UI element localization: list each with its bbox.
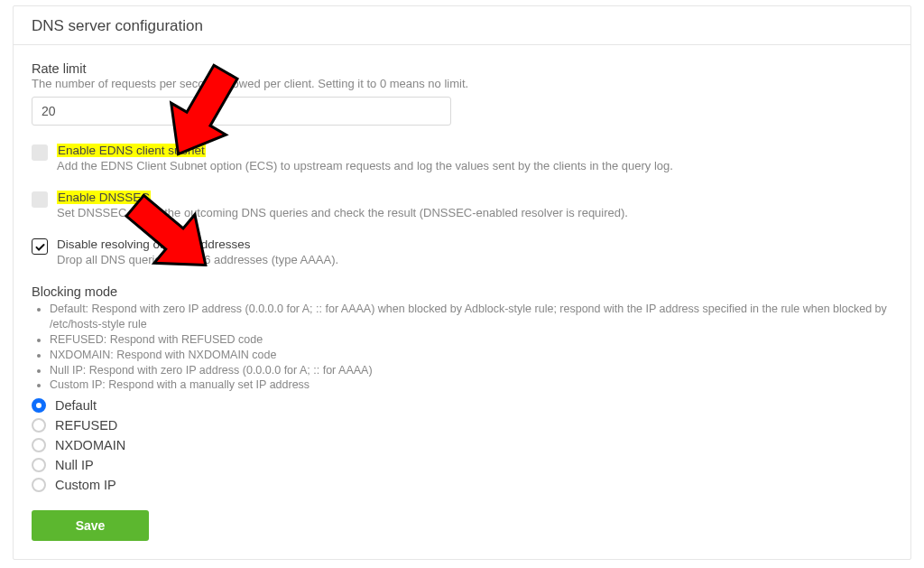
radio-default-label: Default	[55, 398, 97, 413]
card-body: Rate limit The number of requests per se…	[14, 45, 910, 559]
checkbox-dnssec-label: Enable DNSSEC	[57, 191, 151, 204]
save-button[interactable]: Save	[32, 510, 149, 541]
checkbox-ipv6[interactable]	[32, 238, 48, 255]
radio-nullip-row[interactable]: Null IP	[32, 458, 892, 472]
radio-refused[interactable]	[32, 418, 46, 433]
radio-customip-label: Custom IP	[55, 478, 116, 492]
card-title: DNS server configuration	[14, 6, 910, 45]
rate-limit-input[interactable]	[32, 97, 451, 126]
checkbox-dnssec-desc: Set DNSSEC flag in the outcoming DNS que…	[57, 206, 628, 219]
radio-nullip[interactable]	[32, 458, 46, 472]
blocking-mode-radios: Default REFUSED NXDOMAIN Null IP Custom …	[32, 398, 892, 492]
checkbox-dnssec[interactable]	[32, 191, 48, 208]
blocking-bullet: Null IP: Respond with zero IP address (0…	[50, 363, 892, 378]
blocking-mode-header: Blocking mode	[32, 284, 892, 299]
checkmark-icon	[34, 241, 46, 253]
checkbox-edns-desc: Add the EDNS Client Subnet option (ECS) …	[57, 159, 673, 172]
radio-default[interactable]	[32, 398, 46, 413]
radio-nxdomain-row[interactable]: NXDOMAIN	[32, 438, 892, 452]
radio-refused-label: REFUSED	[55, 418, 117, 433]
blocking-bullet: Custom IP: Respond with a manually set I…	[50, 377, 892, 393]
checkbox-edns-row[interactable]: Enable EDNS client subnet Add the EDNS C…	[32, 144, 892, 172]
checkbox-edns-label: Enable EDNS client subnet	[57, 144, 206, 157]
radio-customip[interactable]	[32, 478, 46, 492]
radio-default-row[interactable]: Default	[32, 398, 892, 413]
checkbox-ipv6-row[interactable]: Disable resolving of IPv6 addresses Drop…	[32, 237, 892, 266]
radio-nxdomain[interactable]	[32, 438, 46, 452]
radio-customip-row[interactable]: Custom IP	[32, 478, 892, 492]
blocking-bullet: Default: Respond with zero IP address (0…	[50, 302, 892, 332]
checkbox-dnssec-row[interactable]: Enable DNSSEC Set DNSSEC flag in the out…	[32, 191, 892, 219]
blocking-bullet: REFUSED: Respond with REFUSED code	[50, 332, 892, 348]
rate-limit-help: The number of requests per second allowe…	[32, 77, 892, 90]
settings-card: DNS server configuration Rate limit The …	[13, 5, 911, 560]
blocking-mode-bullets: Default: Respond with zero IP address (0…	[32, 302, 892, 393]
checkbox-edns[interactable]	[32, 144, 48, 161]
checkbox-ipv6-label: Disable resolving of IPv6 addresses	[57, 237, 338, 251]
checkbox-ipv6-desc: Drop all DNS queries for IPv6 addresses …	[57, 253, 338, 266]
radio-refused-row[interactable]: REFUSED	[32, 418, 892, 433]
blocking-bullet: NXDOMAIN: Respond with NXDOMAIN code	[50, 348, 892, 363]
radio-nxdomain-label: NXDOMAIN	[55, 438, 125, 452]
radio-nullip-label: Null IP	[55, 458, 94, 472]
rate-limit-label: Rate limit	[32, 61, 892, 76]
